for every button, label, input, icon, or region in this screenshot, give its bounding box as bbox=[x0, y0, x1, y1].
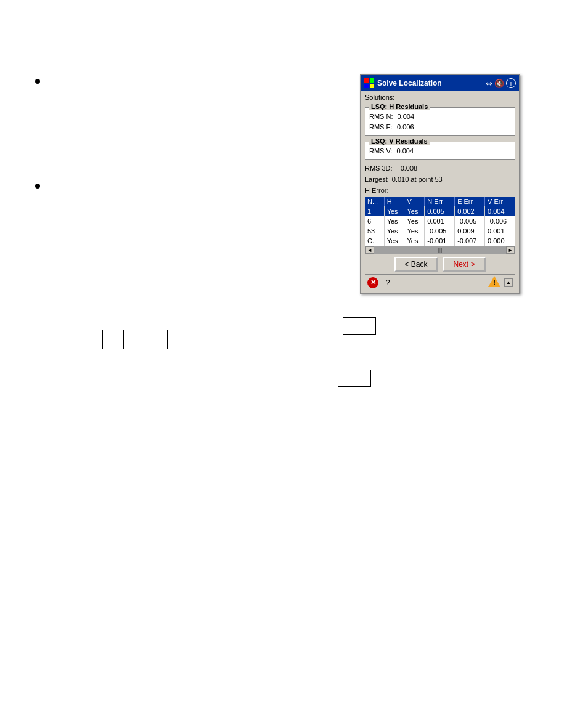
rms-3d-label: RMS 3D: bbox=[365, 164, 393, 172]
rms-n-row: RMS N: 0.004 bbox=[369, 112, 511, 122]
rms-e-value: 0.006 bbox=[397, 123, 414, 131]
dialog-title: Solve Localization bbox=[377, 79, 442, 87]
windows-logo-icon bbox=[364, 78, 374, 88]
outline-box-3 bbox=[343, 317, 376, 335]
localization-table: N... H V N Err E Err V Err 1 Yes Yes 0.0… bbox=[365, 197, 515, 246]
rms-e-label: RMS E: bbox=[369, 123, 393, 131]
outline-box-4 bbox=[338, 370, 371, 387]
largest-label: Largest bbox=[365, 176, 388, 183]
solve-localization-dialog: Solve Localization ⇔ 🔇 i Solutions: LSQ:… bbox=[360, 74, 520, 294]
scroll-track[interactable]: ||| bbox=[374, 246, 506, 254]
h-error-label: H Error: bbox=[365, 187, 389, 194]
rms-3d-row: RMS 3D: 0.008 bbox=[365, 163, 515, 174]
rms-v-row: RMS V: 0.004 bbox=[369, 146, 511, 156]
table-row[interactable]: 6 Yes Yes 0.001 -0.005 -0.006 bbox=[365, 216, 515, 226]
col-h: H bbox=[384, 197, 404, 206]
lsq-v-group: LSQ: V Residuals RMS V: 0.004 bbox=[365, 142, 515, 160]
cell-h: Yes bbox=[384, 226, 404, 236]
warning-area bbox=[488, 276, 500, 289]
cell-v-err: 0.004 bbox=[485, 206, 515, 216]
title-bar-left: Solve Localization bbox=[364, 78, 442, 88]
dialog-buttons: < Back Next > bbox=[365, 257, 515, 272]
cell-v-err: 0.001 bbox=[485, 226, 515, 236]
cell-v: Yes bbox=[404, 206, 425, 216]
rms-n-label: RMS N: bbox=[369, 113, 393, 120]
cell-e-err: 0.002 bbox=[455, 206, 485, 216]
bullet-2 bbox=[35, 184, 40, 189]
lsq-h-title: LSQ: H Residuals bbox=[369, 103, 430, 110]
resize-icon[interactable]: ⇔ bbox=[486, 79, 492, 88]
col-e-err: E Err bbox=[455, 197, 485, 206]
table-row[interactable]: 53 Yes Yes -0.005 0.009 0.001 bbox=[365, 226, 515, 236]
cell-n-err: 0.005 bbox=[425, 206, 455, 216]
bullet-1 bbox=[35, 79, 40, 84]
table-header-row: N... H V N Err E Err V Err bbox=[365, 197, 515, 206]
table-row[interactable]: C... Yes Yes -0.001 -0.007 0.000 bbox=[365, 236, 515, 246]
title-bar-icons: ⇔ 🔇 i bbox=[486, 78, 516, 88]
cell-v-err: -0.006 bbox=[485, 216, 515, 226]
dialog-body: Solutions: LSQ: H Residuals RMS N: 0.004… bbox=[361, 91, 519, 293]
col-v: V bbox=[404, 197, 425, 206]
horizontal-scrollbar[interactable]: ◄ ||| ► bbox=[365, 246, 515, 254]
scroll-up-button[interactable]: ▲ bbox=[504, 278, 513, 287]
rms-v-label: RMS V: bbox=[369, 147, 393, 155]
rms-v-value: 0.004 bbox=[397, 147, 414, 155]
lsq-h-group: LSQ: H Residuals RMS N: 0.004 RMS E: 0.0… bbox=[365, 107, 515, 136]
help-button[interactable]: ? bbox=[382, 277, 393, 288]
lsq-v-title: LSQ: V Residuals bbox=[369, 137, 430, 145]
h-error-row: H Error: bbox=[365, 185, 515, 196]
cell-n-err: -0.005 bbox=[425, 226, 455, 236]
logo-yellow bbox=[370, 84, 374, 88]
cell-v: Yes bbox=[404, 216, 425, 226]
table-row[interactable]: 1 Yes Yes 0.005 0.002 0.004 bbox=[365, 206, 515, 216]
close-red-button[interactable]: ✕ bbox=[367, 277, 378, 288]
dialog-title-bar: Solve Localization ⇔ 🔇 i bbox=[361, 75, 519, 91]
rms-n-value: 0.004 bbox=[398, 113, 415, 120]
col-n-err: N Err bbox=[425, 197, 455, 206]
rms-3d-value: 0.008 bbox=[401, 164, 418, 172]
mute-icon[interactable]: 🔇 bbox=[494, 79, 504, 88]
cell-n: 1 bbox=[365, 206, 384, 216]
back-button[interactable]: < Back bbox=[394, 257, 438, 272]
col-v-err: V Err bbox=[485, 197, 515, 206]
cell-h: Yes bbox=[384, 216, 404, 226]
scroll-right-button[interactable]: ► bbox=[506, 246, 515, 254]
cell-e-err: -0.007 bbox=[455, 236, 485, 246]
next-button[interactable]: Next > bbox=[443, 257, 486, 272]
cell-v-err: 0.000 bbox=[485, 236, 515, 246]
logo-blue bbox=[364, 84, 369, 88]
cell-n: 53 bbox=[365, 226, 384, 236]
status-bar: ✕ ? ▲ bbox=[365, 274, 515, 290]
largest-value: 0.010 at point 53 bbox=[392, 176, 443, 183]
cell-h: Yes bbox=[384, 236, 404, 246]
info-icon[interactable]: i bbox=[506, 78, 516, 88]
cell-v: Yes bbox=[404, 226, 425, 236]
cell-n-err: 0.001 bbox=[425, 216, 455, 226]
cell-e-err: -0.005 bbox=[455, 216, 485, 226]
col-n: N... bbox=[365, 197, 384, 206]
outline-box-2 bbox=[123, 330, 168, 349]
solutions-label: Solutions: bbox=[365, 94, 515, 101]
cell-v: Yes bbox=[404, 236, 425, 246]
largest-row: Largest 0.010 at point 53 bbox=[365, 174, 515, 185]
cell-h: Yes bbox=[384, 206, 404, 216]
cell-e-err: 0.009 bbox=[455, 226, 485, 236]
cell-n: 6 bbox=[365, 216, 384, 226]
outline-box-1 bbox=[59, 330, 103, 349]
warning-icon bbox=[488, 276, 500, 287]
cell-n-err: -0.001 bbox=[425, 236, 455, 246]
rms-e-row: RMS E: 0.006 bbox=[369, 122, 511, 132]
cell-n: C... bbox=[365, 236, 384, 246]
scroll-left-button[interactable]: ◄ bbox=[365, 246, 374, 254]
